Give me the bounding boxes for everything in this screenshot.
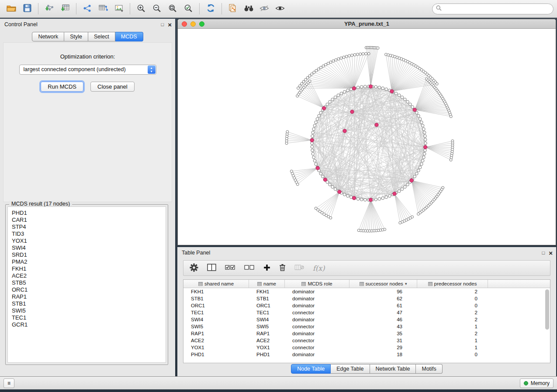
mcds-result-item[interactable]: SWI4 <box>12 244 162 251</box>
minimize-window-icon[interactable] <box>190 21 196 27</box>
mcds-result-item[interactable]: SRD1 <box>12 251 162 258</box>
copy-document-icon <box>228 4 237 14</box>
open-folder-icon <box>7 4 16 14</box>
refresh-layout-button[interactable] <box>203 2 218 16</box>
column-header-mcds-role[interactable]: MCDS role <box>285 280 349 288</box>
table-row[interactable]: TEC1 TEC1 connector 47 2 <box>183 309 550 316</box>
network-share-button[interactable] <box>80 2 95 16</box>
column-header-successor-nodes[interactable]: successor nodes ▾ <box>349 280 417 288</box>
column-header-shared-name[interactable]: shared name <box>183 280 249 288</box>
deselect-all-button[interactable] <box>244 265 255 272</box>
zoom-out-button[interactable] <box>149 2 165 16</box>
main-toolbar <box>0 0 557 18</box>
create-column-button[interactable] <box>263 264 270 272</box>
criterion-dropdown[interactable]: largest connected component (undirected)… <box>19 65 156 75</box>
float-panel-icon[interactable]: □ <box>161 19 164 30</box>
zoom-out-icon <box>152 4 161 14</box>
column-header-name[interactable]: name <box>249 280 285 288</box>
clear-column-button[interactable] <box>294 264 304 272</box>
mcds-result-item[interactable]: TID3 <box>12 230 162 237</box>
node-table[interactable]: shared name name MCDS role successor nod… <box>183 279 550 363</box>
table-row[interactable]: ORC1 ORC1 dominator 61 0 <box>183 302 550 309</box>
table-row[interactable]: PHD1 PHD1 dominator 18 0 <box>183 351 550 358</box>
zoom-fit-icon <box>168 4 177 14</box>
tab-mcds[interactable]: MCDS <box>115 32 143 41</box>
search-input[interactable] <box>444 6 550 12</box>
mcds-result-item[interactable]: CAR1 <box>12 217 162 224</box>
mcds-result-item[interactable]: PHD1 <box>12 210 162 217</box>
mcds-result-item[interactable]: ORC1 <box>12 286 162 293</box>
optimization-criterion-label: Optimization criterion: <box>3 53 172 60</box>
run-mcds-button[interactable]: Run MCDS <box>41 82 83 92</box>
export-image-icon <box>114 4 124 14</box>
zoom-in-button[interactable] <box>133 2 149 16</box>
mcds-result-item[interactable]: YOX1 <box>12 237 162 244</box>
table-row[interactable]: FKH1 FKH1 dominator 96 2 <box>183 288 550 295</box>
mcds-result-item[interactable]: RAP1 <box>12 293 162 300</box>
tab-network-table[interactable]: Network Table <box>370 364 416 374</box>
network-window-title: YPA_prune.txt_1 <box>178 21 556 27</box>
close-panel-icon[interactable]: × <box>168 21 172 28</box>
function-builder-button[interactable]: f(x) <box>313 264 325 272</box>
search-box[interactable] <box>432 3 554 14</box>
table-row[interactable]: YOX1 YOX1 connector 29 1 <box>183 344 550 351</box>
task-history-button[interactable]: ≡ <box>3 378 14 388</box>
open-folder-button[interactable] <box>3 2 19 16</box>
tab-node-table[interactable]: Node Table <box>291 364 331 374</box>
import-table-button[interactable] <box>57 2 73 16</box>
mcds-result-item[interactable]: STB1 <box>12 300 162 307</box>
mcds-result-item[interactable]: STB5 <box>12 279 162 286</box>
mcds-result-item[interactable]: GCR1 <box>12 321 162 328</box>
network-graph[interactable] <box>178 29 556 245</box>
copy-network-button[interactable] <box>225 2 241 16</box>
status-bar: ≡ Memory <box>0 376 557 389</box>
find-button[interactable] <box>241 2 256 16</box>
mcds-result-groupbox: MCDS result (17 nodes) PHD1CAR1STP4TID3Y… <box>5 204 168 365</box>
zoom-selected-button[interactable] <box>180 2 196 16</box>
import-table-icon <box>61 4 70 14</box>
mcds-result-item[interactable]: FKH1 <box>12 265 162 272</box>
table-row[interactable]: RAP1 RAP1 dominator 35 2 <box>183 330 550 337</box>
tab-style[interactable]: Style <box>64 32 88 41</box>
tab-edge-table[interactable]: Edge Table <box>331 364 370 374</box>
table-row[interactable]: STB1 STB1 dominator 62 0 <box>183 295 550 302</box>
import-network-button[interactable] <box>42 2 57 16</box>
table-settings-button[interactable] <box>190 263 198 273</box>
network-canvas[interactable] <box>178 29 556 245</box>
zoom-fit-button[interactable] <box>165 2 180 16</box>
table-tabs: Node Table Edge Table Network Table Moti… <box>291 364 443 374</box>
save-button[interactable] <box>19 2 35 16</box>
export-image-button[interactable] <box>111 2 127 16</box>
float-panel-icon[interactable]: □ <box>542 247 545 258</box>
show-details-button[interactable] <box>272 2 288 16</box>
memory-button[interactable]: Memory <box>520 378 554 388</box>
mcds-result-item[interactable]: ACE2 <box>12 272 162 279</box>
mcds-result-item[interactable]: SWI5 <box>12 307 162 314</box>
table-row[interactable]: SWI5 SWI5 connector 43 1 <box>183 323 550 330</box>
mcds-result-list[interactable]: PHD1CAR1STP4TID3YOX1SWI4SRD1PMA2FKH1ACE2… <box>7 206 166 363</box>
table-scrollbar[interactable] <box>545 289 549 330</box>
table-header-row: shared name name MCDS role successor nod… <box>183 280 550 288</box>
memory-label: Memory <box>531 380 550 386</box>
hide-details-button[interactable] <box>256 2 272 16</box>
select-all-button[interactable] <box>225 265 235 272</box>
mcds-result-item[interactable]: STP4 <box>12 224 162 230</box>
tab-network[interactable]: Network <box>32 32 64 41</box>
column-header-predecessor-nodes[interactable]: predecessor nodes <box>417 280 488 288</box>
network-from-table-button[interactable] <box>95 2 111 16</box>
column-grid-icon <box>198 282 203 286</box>
tab-select[interactable]: Select <box>88 32 115 41</box>
mcds-result-item[interactable]: PMA2 <box>12 258 162 265</box>
maximize-window-icon[interactable] <box>199 21 204 27</box>
network-window-titlebar[interactable]: YPA_prune.txt_1 <box>178 19 556 29</box>
close-panel-icon[interactable]: × <box>549 250 553 256</box>
close-panel-button[interactable]: Close panel <box>90 82 135 92</box>
table-row[interactable]: SWI4 SWI4 dominator 46 2 <box>183 316 550 323</box>
mcds-result-item[interactable]: TEC1 <box>12 314 162 321</box>
close-window-icon[interactable] <box>182 21 187 27</box>
show-column-button[interactable] <box>207 264 216 272</box>
table-row[interactable]: ACE2 ACE2 connector 31 1 <box>183 337 550 344</box>
delete-column-button[interactable] <box>279 264 286 272</box>
tab-motifs[interactable]: Motifs <box>416 364 442 374</box>
eye-icon <box>275 5 285 13</box>
